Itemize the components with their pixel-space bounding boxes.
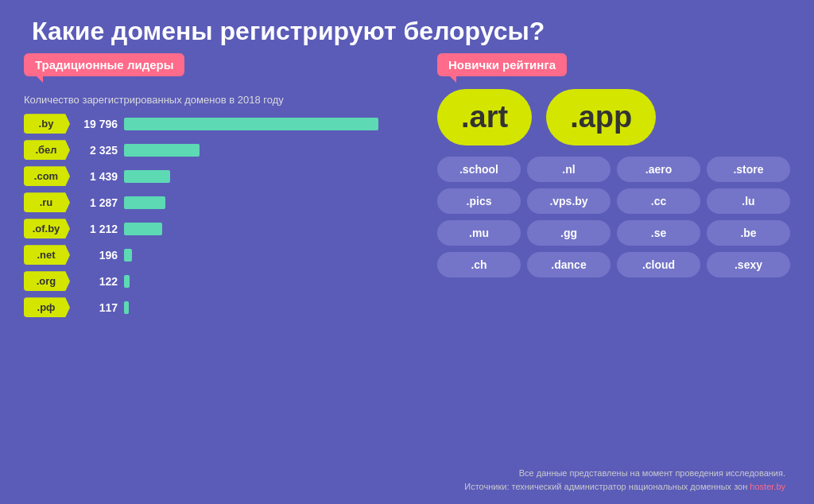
grid-pill: .vps.by (527, 188, 610, 214)
grid-pill: .cc (617, 188, 700, 214)
left-badge: Традиционные лидеры (24, 53, 184, 76)
bar-track (124, 223, 413, 235)
bar-fill (124, 223, 162, 235)
bar-fill (124, 118, 378, 130)
grid-pill: .pics (437, 188, 521, 214)
bar-value: 1 439 (76, 170, 118, 183)
left-panel: Традиционные лидеры Количество зарегистр… (24, 53, 413, 324)
top-domain-app: .app (546, 89, 656, 145)
footer-link[interactable]: hoster.by (750, 482, 785, 491)
bar-fill (124, 170, 170, 183)
footer: Все данные представлены на момент провед… (464, 467, 785, 493)
bar-row: .org122 (24, 271, 413, 291)
grid-pill: .be (707, 220, 790, 246)
bar-row: .рф117 (24, 297, 413, 317)
bar-fill (124, 275, 130, 288)
bar-value: 1 212 (76, 223, 118, 235)
grid-pill: .ch (437, 252, 521, 277)
bar-value: 122 (76, 275, 118, 288)
domain-label: .net (24, 245, 70, 265)
bar-track (124, 170, 413, 183)
grid-pill: .nl (527, 157, 610, 182)
domain-label: .рф (24, 297, 70, 317)
bar-value: 1 287 (76, 196, 118, 209)
domain-label: .by (24, 114, 70, 134)
bar-row: .com1 439 (24, 166, 413, 186)
footer-line2: Источники: технический администратор нац… (464, 482, 747, 491)
grid-pill: .lu (707, 188, 790, 214)
bar-track (124, 144, 413, 157)
bar-value: 19 796 (76, 118, 118, 130)
bars-container: .by19 796.бел2 325.com1 439.ru1 287.of.b… (24, 114, 413, 317)
bar-fill (124, 301, 129, 314)
domain-label: .бел (24, 140, 70, 160)
bar-value: 117 (76, 301, 118, 314)
left-subtitle: Количество зарегистрированных доменов в … (24, 94, 413, 106)
grid-pill: .cloud (617, 252, 700, 277)
grid-pill: .gg (527, 220, 610, 246)
bar-fill (124, 249, 132, 262)
grid-pill: .aero (617, 157, 700, 182)
bar-track (124, 301, 413, 314)
bar-fill (124, 196, 165, 209)
bar-row: .ru1 287 (24, 192, 413, 212)
domain-label: .of.by (24, 219, 70, 238)
bar-track (124, 249, 413, 262)
bar-row: .бел2 325 (24, 140, 413, 160)
footer-line1: Все данные представлены на момент провед… (519, 468, 785, 478)
bar-fill (124, 144, 200, 157)
top-domains: .art .app (437, 89, 790, 145)
grid-pill: .dance (527, 252, 610, 277)
grid-pill: .se (617, 220, 700, 246)
bar-track (124, 196, 413, 209)
grid-domains: .school.nl.aero.store.pics.vps.by.cc.lu.… (437, 157, 790, 277)
grid-pill: .sexy (707, 252, 790, 277)
bar-row: .by19 796 (24, 114, 413, 134)
top-domain-art: .art (437, 89, 532, 145)
domain-label: .org (24, 271, 70, 291)
bar-row: .of.by1 212 (24, 219, 413, 238)
bar-value: 196 (76, 249, 118, 262)
grid-pill: .school (437, 157, 521, 182)
bar-value: 2 325 (76, 144, 118, 157)
page-title: Какие домены регистрируют белорусы? (0, 0, 814, 53)
bar-track (124, 275, 413, 288)
domain-label: .ru (24, 192, 70, 212)
right-panel: Новички рейтинга .art .app .school.nl.ae… (437, 53, 790, 324)
bar-track (124, 118, 413, 130)
right-badge: Новички рейтинга (437, 53, 567, 76)
grid-pill: .mu (437, 220, 521, 246)
grid-pill: .store (707, 157, 790, 182)
domain-label: .com (24, 166, 70, 186)
bar-row: .net196 (24, 245, 413, 265)
